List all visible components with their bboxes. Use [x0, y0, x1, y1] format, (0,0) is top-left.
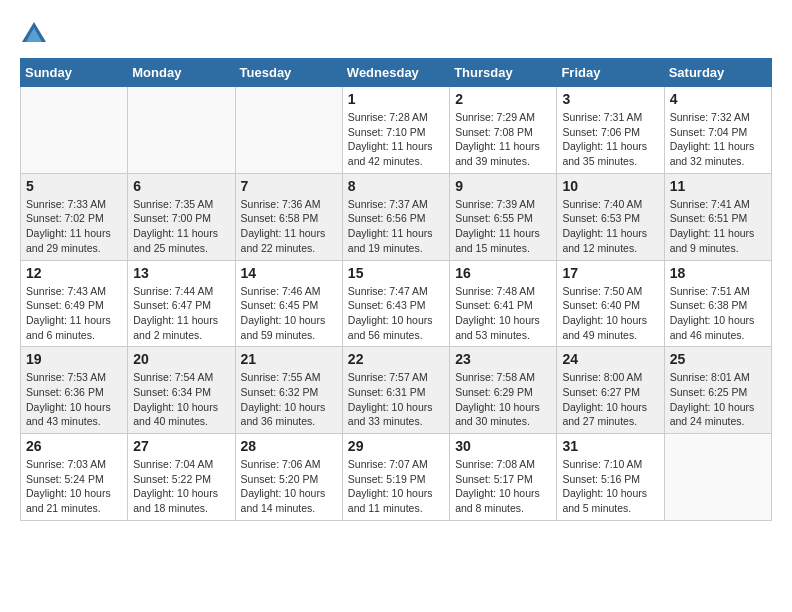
day-cell: 12Sunrise: 7:43 AMSunset: 6:49 PMDayligh… [21, 260, 128, 347]
day-number: 5 [26, 178, 122, 194]
day-number: 16 [455, 265, 551, 281]
day-number: 29 [348, 438, 444, 454]
day-cell: 29Sunrise: 7:07 AMSunset: 5:19 PMDayligh… [342, 434, 449, 521]
day-number: 11 [670, 178, 766, 194]
day-cell: 18Sunrise: 7:51 AMSunset: 6:38 PMDayligh… [664, 260, 771, 347]
page-header [20, 20, 772, 48]
col-header-thursday: Thursday [450, 59, 557, 87]
col-header-wednesday: Wednesday [342, 59, 449, 87]
day-cell: 9Sunrise: 7:39 AMSunset: 6:55 PMDaylight… [450, 173, 557, 260]
day-cell [664, 434, 771, 521]
day-cell: 4Sunrise: 7:32 AMSunset: 7:04 PMDaylight… [664, 87, 771, 174]
col-header-sunday: Sunday [21, 59, 128, 87]
day-number: 21 [241, 351, 337, 367]
day-number: 30 [455, 438, 551, 454]
day-info: Sunrise: 8:01 AMSunset: 6:25 PMDaylight:… [670, 370, 766, 429]
day-info: Sunrise: 7:44 AMSunset: 6:47 PMDaylight:… [133, 284, 229, 343]
day-cell: 13Sunrise: 7:44 AMSunset: 6:47 PMDayligh… [128, 260, 235, 347]
day-cell: 6Sunrise: 7:35 AMSunset: 7:00 PMDaylight… [128, 173, 235, 260]
week-row-3: 12Sunrise: 7:43 AMSunset: 6:49 PMDayligh… [21, 260, 772, 347]
logo [20, 20, 52, 48]
week-row-1: 1Sunrise: 7:28 AMSunset: 7:10 PMDaylight… [21, 87, 772, 174]
day-number: 8 [348, 178, 444, 194]
day-cell: 23Sunrise: 7:58 AMSunset: 6:29 PMDayligh… [450, 347, 557, 434]
day-number: 4 [670, 91, 766, 107]
day-cell: 22Sunrise: 7:57 AMSunset: 6:31 PMDayligh… [342, 347, 449, 434]
day-cell: 31Sunrise: 7:10 AMSunset: 5:16 PMDayligh… [557, 434, 664, 521]
day-number: 18 [670, 265, 766, 281]
day-cell: 2Sunrise: 7:29 AMSunset: 7:08 PMDaylight… [450, 87, 557, 174]
day-info: Sunrise: 7:28 AMSunset: 7:10 PMDaylight:… [348, 110, 444, 169]
day-info: Sunrise: 7:43 AMSunset: 6:49 PMDaylight:… [26, 284, 122, 343]
day-info: Sunrise: 7:36 AMSunset: 6:58 PMDaylight:… [241, 197, 337, 256]
day-number: 26 [26, 438, 122, 454]
day-info: Sunrise: 7:57 AMSunset: 6:31 PMDaylight:… [348, 370, 444, 429]
day-info: Sunrise: 7:55 AMSunset: 6:32 PMDaylight:… [241, 370, 337, 429]
day-number: 13 [133, 265, 229, 281]
day-info: Sunrise: 7:07 AMSunset: 5:19 PMDaylight:… [348, 457, 444, 516]
day-cell: 26Sunrise: 7:03 AMSunset: 5:24 PMDayligh… [21, 434, 128, 521]
day-number: 19 [26, 351, 122, 367]
week-row-4: 19Sunrise: 7:53 AMSunset: 6:36 PMDayligh… [21, 347, 772, 434]
day-cell: 19Sunrise: 7:53 AMSunset: 6:36 PMDayligh… [21, 347, 128, 434]
day-cell [128, 87, 235, 174]
day-number: 6 [133, 178, 229, 194]
week-row-2: 5Sunrise: 7:33 AMSunset: 7:02 PMDaylight… [21, 173, 772, 260]
day-info: Sunrise: 7:40 AMSunset: 6:53 PMDaylight:… [562, 197, 658, 256]
day-info: Sunrise: 7:35 AMSunset: 7:00 PMDaylight:… [133, 197, 229, 256]
col-header-saturday: Saturday [664, 59, 771, 87]
day-number: 22 [348, 351, 444, 367]
day-info: Sunrise: 7:51 AMSunset: 6:38 PMDaylight:… [670, 284, 766, 343]
day-number: 7 [241, 178, 337, 194]
day-info: Sunrise: 7:50 AMSunset: 6:40 PMDaylight:… [562, 284, 658, 343]
day-number: 9 [455, 178, 551, 194]
day-cell: 17Sunrise: 7:50 AMSunset: 6:40 PMDayligh… [557, 260, 664, 347]
day-info: Sunrise: 7:54 AMSunset: 6:34 PMDaylight:… [133, 370, 229, 429]
day-info: Sunrise: 7:31 AMSunset: 7:06 PMDaylight:… [562, 110, 658, 169]
day-info: Sunrise: 7:33 AMSunset: 7:02 PMDaylight:… [26, 197, 122, 256]
day-cell: 8Sunrise: 7:37 AMSunset: 6:56 PMDaylight… [342, 173, 449, 260]
day-cell: 7Sunrise: 7:36 AMSunset: 6:58 PMDaylight… [235, 173, 342, 260]
day-info: Sunrise: 7:03 AMSunset: 5:24 PMDaylight:… [26, 457, 122, 516]
day-info: Sunrise: 7:58 AMSunset: 6:29 PMDaylight:… [455, 370, 551, 429]
day-cell: 3Sunrise: 7:31 AMSunset: 7:06 PMDaylight… [557, 87, 664, 174]
day-cell: 27Sunrise: 7:04 AMSunset: 5:22 PMDayligh… [128, 434, 235, 521]
col-header-monday: Monday [128, 59, 235, 87]
day-number: 10 [562, 178, 658, 194]
day-number: 1 [348, 91, 444, 107]
day-info: Sunrise: 7:10 AMSunset: 5:16 PMDaylight:… [562, 457, 658, 516]
day-number: 25 [670, 351, 766, 367]
day-info: Sunrise: 7:04 AMSunset: 5:22 PMDaylight:… [133, 457, 229, 516]
day-number: 15 [348, 265, 444, 281]
day-info: Sunrise: 7:41 AMSunset: 6:51 PMDaylight:… [670, 197, 766, 256]
day-cell: 16Sunrise: 7:48 AMSunset: 6:41 PMDayligh… [450, 260, 557, 347]
day-number: 23 [455, 351, 551, 367]
day-number: 31 [562, 438, 658, 454]
day-number: 28 [241, 438, 337, 454]
day-info: Sunrise: 8:00 AMSunset: 6:27 PMDaylight:… [562, 370, 658, 429]
header-row: SundayMondayTuesdayWednesdayThursdayFrid… [21, 59, 772, 87]
calendar-table: SundayMondayTuesdayWednesdayThursdayFrid… [20, 58, 772, 521]
day-info: Sunrise: 7:53 AMSunset: 6:36 PMDaylight:… [26, 370, 122, 429]
day-number: 20 [133, 351, 229, 367]
col-header-friday: Friday [557, 59, 664, 87]
day-cell: 5Sunrise: 7:33 AMSunset: 7:02 PMDaylight… [21, 173, 128, 260]
day-cell: 30Sunrise: 7:08 AMSunset: 5:17 PMDayligh… [450, 434, 557, 521]
day-info: Sunrise: 7:32 AMSunset: 7:04 PMDaylight:… [670, 110, 766, 169]
day-cell: 28Sunrise: 7:06 AMSunset: 5:20 PMDayligh… [235, 434, 342, 521]
day-info: Sunrise: 7:08 AMSunset: 5:17 PMDaylight:… [455, 457, 551, 516]
col-header-tuesday: Tuesday [235, 59, 342, 87]
day-number: 12 [26, 265, 122, 281]
day-info: Sunrise: 7:06 AMSunset: 5:20 PMDaylight:… [241, 457, 337, 516]
week-row-5: 26Sunrise: 7:03 AMSunset: 5:24 PMDayligh… [21, 434, 772, 521]
day-info: Sunrise: 7:46 AMSunset: 6:45 PMDaylight:… [241, 284, 337, 343]
day-number: 3 [562, 91, 658, 107]
day-number: 17 [562, 265, 658, 281]
day-cell: 11Sunrise: 7:41 AMSunset: 6:51 PMDayligh… [664, 173, 771, 260]
logo-icon [20, 20, 48, 48]
day-number: 24 [562, 351, 658, 367]
day-cell: 14Sunrise: 7:46 AMSunset: 6:45 PMDayligh… [235, 260, 342, 347]
day-number: 14 [241, 265, 337, 281]
day-cell: 15Sunrise: 7:47 AMSunset: 6:43 PMDayligh… [342, 260, 449, 347]
day-number: 27 [133, 438, 229, 454]
